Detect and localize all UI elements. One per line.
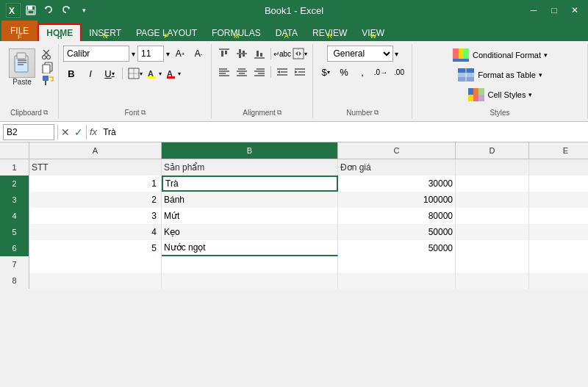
align-middle-button[interactable] — [234, 46, 250, 62]
cell-d4[interactable] — [456, 208, 529, 224]
cell-b1[interactable]: Sản phẩm — [162, 159, 338, 176]
cell-e4[interactable] — [529, 208, 588, 224]
formula-input[interactable] — [100, 126, 585, 138]
cut-button[interactable] — [42, 48, 54, 60]
col-header-a[interactable]: A — [29, 142, 162, 159]
align-left-button[interactable] — [216, 64, 232, 80]
cell-d3[interactable] — [456, 192, 529, 208]
cell-b3[interactable]: Bánh — [162, 192, 338, 208]
confirm-formula-icon[interactable]: ✓ — [74, 126, 83, 138]
save-qat-button[interactable] — [24, 3, 38, 18]
tab-file[interactable]: FILE F — [1, 21, 37, 41]
tab-data[interactable]: DATA A — [268, 25, 305, 41]
cell-a2[interactable]: 1 — [29, 176, 162, 192]
border-button[interactable]: ▾ — [127, 65, 143, 82]
cell-c5[interactable]: 50000 — [338, 224, 456, 240]
cell-e5[interactable] — [529, 224, 588, 240]
cell-a1[interactable]: STT — [29, 159, 162, 176]
qat-dropdown-button[interactable]: ▾ — [76, 3, 91, 18]
cell-c4[interactable]: 80000 — [338, 208, 456, 224]
number-format-dropdown[interactable]: ▾ — [395, 50, 398, 58]
percent-button[interactable]: % — [336, 64, 352, 80]
tab-insert[interactable]: INSERT N — [82, 25, 129, 41]
align-top-button[interactable] — [216, 46, 232, 62]
italic-button[interactable]: I — [82, 65, 98, 82]
cell-c3[interactable]: 100000 — [338, 192, 456, 208]
alignment-dialog-launcher[interactable]: ⧉ — [277, 109, 282, 117]
cell-d7[interactable] — [456, 256, 529, 272]
cell-styles-button[interactable]: Cell Styles ▾ — [462, 85, 538, 104]
cell-c6[interactable]: 50000 — [338, 240, 456, 256]
clipboard-dialog-launcher[interactable]: ⧉ — [43, 109, 48, 117]
col-header-e[interactable]: E — [529, 142, 588, 159]
cell-d1[interactable] — [456, 159, 529, 176]
maximize-button[interactable]: □ — [544, 0, 564, 21]
cell-e1[interactable] — [529, 159, 588, 176]
paste-button[interactable]: Paste — [4, 46, 40, 107]
cell-d8[interactable] — [456, 272, 529, 289]
cell-e8[interactable] — [529, 272, 588, 289]
cell-d2[interactable] — [456, 176, 529, 192]
cell-b5[interactable]: Kẹo — [162, 224, 338, 240]
font-dialog-launcher[interactable]: ⧉ — [141, 109, 146, 117]
conditional-format-button[interactable]: Conditional Format ▾ — [447, 46, 553, 65]
cell-b6[interactable]: Nước ngọt — [162, 240, 338, 256]
cell-c1[interactable]: Đơn giá — [338, 159, 456, 176]
number-dialog-launcher[interactable]: ⧉ — [374, 109, 379, 117]
font-size-dropdown[interactable]: ▾ — [166, 50, 170, 58]
cell-c7[interactable] — [338, 256, 456, 272]
col-header-d[interactable]: D — [456, 142, 529, 159]
cell-a7[interactable] — [29, 256, 162, 272]
col-header-b[interactable]: B — [162, 142, 338, 159]
wrap-text-button[interactable]: ↵abc — [274, 46, 290, 62]
font-name-input[interactable] — [63, 46, 129, 62]
font-color-button[interactable]: A ▾ — [165, 65, 182, 82]
format-as-table-button[interactable]: Format as Table ▾ — [452, 65, 548, 84]
increase-indent-button[interactable] — [292, 64, 308, 80]
cell-d5[interactable] — [456, 224, 529, 240]
tab-formulas[interactable]: FORMULAS M — [204, 25, 268, 41]
align-right-button[interactable] — [251, 64, 268, 80]
align-bottom-button[interactable] — [251, 46, 268, 62]
cell-e6[interactable] — [529, 240, 588, 256]
close-button[interactable]: ✕ — [564, 0, 585, 21]
font-size-input[interactable] — [137, 46, 164, 62]
undo-qat-button[interactable] — [41, 3, 56, 18]
font-name-dropdown[interactable]: ▾ — [132, 50, 135, 58]
cell-b7[interactable] — [162, 256, 338, 272]
cancel-formula-icon[interactable]: ✕ — [61, 126, 70, 138]
minimize-button[interactable]: ─ — [523, 0, 544, 21]
merge-cells-button[interactable]: ▾ — [292, 46, 308, 62]
cell-b4[interactable]: Mứt — [162, 208, 338, 224]
fill-color-button[interactable]: A ▾ — [146, 65, 162, 82]
cell-c8[interactable] — [338, 272, 456, 289]
cell-reference-input[interactable] — [3, 124, 54, 140]
cell-a6[interactable]: 5 — [29, 240, 162, 256]
cell-b8[interactable] — [162, 272, 338, 289]
cell-a4[interactable]: 3 — [29, 208, 162, 224]
tab-home[interactable]: HOME H — [37, 23, 82, 41]
format-painter-button[interactable] — [42, 75, 54, 87]
cell-e3[interactable] — [529, 192, 588, 208]
tab-view[interactable]: VIEW W — [354, 25, 392, 41]
cell-b2[interactable]: Trà — [162, 176, 338, 192]
cell-a3[interactable]: 2 — [29, 192, 162, 208]
cell-d6[interactable] — [456, 240, 529, 256]
decrease-font-button[interactable]: A- — [190, 46, 207, 62]
currency-button[interactable]: $▾ — [318, 64, 334, 80]
decrease-indent-button[interactable] — [274, 64, 290, 80]
copy-button[interactable] — [42, 62, 54, 73]
cell-e2[interactable] — [529, 176, 588, 192]
tab-review[interactable]: REVIEW R — [305, 25, 354, 41]
tab-page-layout[interactable]: PAGE LAYOUT P — [129, 25, 204, 41]
number-format-select[interactable]: General Number Currency — [327, 46, 393, 62]
align-center-button[interactable] — [234, 64, 250, 80]
underline-button[interactable]: U▾ — [101, 65, 118, 82]
increase-decimal-button[interactable]: .00 — [391, 64, 407, 80]
cell-a8[interactable] — [29, 272, 162, 289]
bold-button[interactable]: B — [63, 65, 79, 82]
col-header-c[interactable]: C — [338, 142, 456, 159]
decrease-decimal-button[interactable]: .0→ — [373, 64, 389, 80]
redo-qat-button[interactable] — [59, 3, 74, 18]
cell-a5[interactable]: 4 — [29, 224, 162, 240]
